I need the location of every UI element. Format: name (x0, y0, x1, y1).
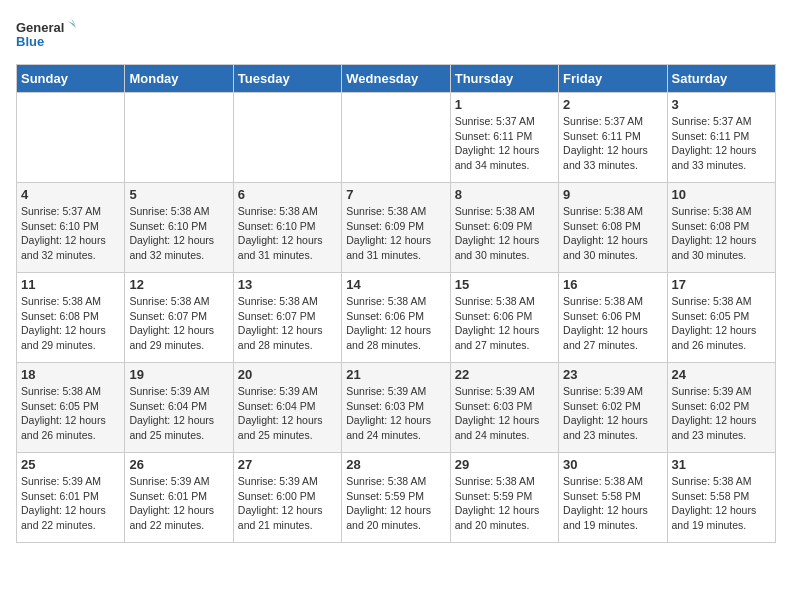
day-number: 15 (455, 277, 554, 292)
calendar-cell: 3Sunrise: 5:37 AM Sunset: 6:11 PM Daylig… (667, 93, 775, 183)
day-number: 24 (672, 367, 771, 382)
svg-text:General: General (16, 20, 64, 35)
week-row-5: 25Sunrise: 5:39 AM Sunset: 6:01 PM Dayli… (17, 453, 776, 543)
calendar-cell: 11Sunrise: 5:38 AM Sunset: 6:08 PM Dayli… (17, 273, 125, 363)
calendar-cell: 26Sunrise: 5:39 AM Sunset: 6:01 PM Dayli… (125, 453, 233, 543)
day-number: 21 (346, 367, 445, 382)
calendar-cell (342, 93, 450, 183)
column-header-sunday: Sunday (17, 65, 125, 93)
day-info: Sunrise: 5:39 AM Sunset: 6:04 PM Dayligh… (129, 384, 228, 443)
calendar-cell: 9Sunrise: 5:38 AM Sunset: 6:08 PM Daylig… (559, 183, 667, 273)
day-number: 16 (563, 277, 662, 292)
column-header-saturday: Saturday (667, 65, 775, 93)
column-header-tuesday: Tuesday (233, 65, 341, 93)
calendar-cell: 14Sunrise: 5:38 AM Sunset: 6:06 PM Dayli… (342, 273, 450, 363)
week-row-3: 11Sunrise: 5:38 AM Sunset: 6:08 PM Dayli… (17, 273, 776, 363)
day-number: 3 (672, 97, 771, 112)
day-number: 14 (346, 277, 445, 292)
day-info: Sunrise: 5:38 AM Sunset: 6:06 PM Dayligh… (455, 294, 554, 353)
day-number: 1 (455, 97, 554, 112)
column-header-wednesday: Wednesday (342, 65, 450, 93)
calendar-cell: 15Sunrise: 5:38 AM Sunset: 6:06 PM Dayli… (450, 273, 558, 363)
day-info: Sunrise: 5:39 AM Sunset: 6:03 PM Dayligh… (455, 384, 554, 443)
logo-svg: General Blue (16, 16, 76, 56)
logo: General Blue (16, 16, 76, 56)
calendar-cell: 16Sunrise: 5:38 AM Sunset: 6:06 PM Dayli… (559, 273, 667, 363)
calendar-cell: 1Sunrise: 5:37 AM Sunset: 6:11 PM Daylig… (450, 93, 558, 183)
calendar-cell: 21Sunrise: 5:39 AM Sunset: 6:03 PM Dayli… (342, 363, 450, 453)
day-info: Sunrise: 5:38 AM Sunset: 6:09 PM Dayligh… (455, 204, 554, 263)
day-number: 2 (563, 97, 662, 112)
calendar-cell: 24Sunrise: 5:39 AM Sunset: 6:02 PM Dayli… (667, 363, 775, 453)
day-number: 22 (455, 367, 554, 382)
day-number: 9 (563, 187, 662, 202)
day-info: Sunrise: 5:38 AM Sunset: 5:59 PM Dayligh… (455, 474, 554, 533)
week-row-2: 4Sunrise: 5:37 AM Sunset: 6:10 PM Daylig… (17, 183, 776, 273)
day-info: Sunrise: 5:38 AM Sunset: 6:09 PM Dayligh… (346, 204, 445, 263)
day-number: 23 (563, 367, 662, 382)
day-number: 20 (238, 367, 337, 382)
svg-text:Blue: Blue (16, 34, 44, 49)
day-info: Sunrise: 5:38 AM Sunset: 6:08 PM Dayligh… (21, 294, 120, 353)
day-info: Sunrise: 5:38 AM Sunset: 6:10 PM Dayligh… (238, 204, 337, 263)
calendar-cell (17, 93, 125, 183)
day-info: Sunrise: 5:37 AM Sunset: 6:11 PM Dayligh… (563, 114, 662, 173)
day-number: 30 (563, 457, 662, 472)
day-info: Sunrise: 5:38 AM Sunset: 6:07 PM Dayligh… (129, 294, 228, 353)
day-info: Sunrise: 5:37 AM Sunset: 6:11 PM Dayligh… (672, 114, 771, 173)
day-number: 19 (129, 367, 228, 382)
day-number: 25 (21, 457, 120, 472)
calendar-cell: 4Sunrise: 5:37 AM Sunset: 6:10 PM Daylig… (17, 183, 125, 273)
calendar-cell (125, 93, 233, 183)
column-header-monday: Monday (125, 65, 233, 93)
day-info: Sunrise: 5:38 AM Sunset: 6:07 PM Dayligh… (238, 294, 337, 353)
day-info: Sunrise: 5:39 AM Sunset: 6:04 PM Dayligh… (238, 384, 337, 443)
calendar-cell (233, 93, 341, 183)
day-info: Sunrise: 5:39 AM Sunset: 6:02 PM Dayligh… (672, 384, 771, 443)
day-info: Sunrise: 5:39 AM Sunset: 6:00 PM Dayligh… (238, 474, 337, 533)
day-info: Sunrise: 5:38 AM Sunset: 5:58 PM Dayligh… (563, 474, 662, 533)
day-info: Sunrise: 5:39 AM Sunset: 6:01 PM Dayligh… (129, 474, 228, 533)
calendar-cell: 12Sunrise: 5:38 AM Sunset: 6:07 PM Dayli… (125, 273, 233, 363)
day-info: Sunrise: 5:39 AM Sunset: 6:01 PM Dayligh… (21, 474, 120, 533)
day-number: 5 (129, 187, 228, 202)
header: General Blue (16, 16, 776, 56)
day-info: Sunrise: 5:38 AM Sunset: 6:06 PM Dayligh… (563, 294, 662, 353)
day-number: 31 (672, 457, 771, 472)
calendar-table: SundayMondayTuesdayWednesdayThursdayFrid… (16, 64, 776, 543)
calendar-cell: 23Sunrise: 5:39 AM Sunset: 6:02 PM Dayli… (559, 363, 667, 453)
calendar-cell: 17Sunrise: 5:38 AM Sunset: 6:05 PM Dayli… (667, 273, 775, 363)
day-info: Sunrise: 5:38 AM Sunset: 6:05 PM Dayligh… (21, 384, 120, 443)
calendar-cell: 13Sunrise: 5:38 AM Sunset: 6:07 PM Dayli… (233, 273, 341, 363)
day-info: Sunrise: 5:38 AM Sunset: 5:58 PM Dayligh… (672, 474, 771, 533)
day-number: 8 (455, 187, 554, 202)
day-info: Sunrise: 5:38 AM Sunset: 5:59 PM Dayligh… (346, 474, 445, 533)
svg-marker-3 (68, 21, 76, 28)
day-info: Sunrise: 5:38 AM Sunset: 6:06 PM Dayligh… (346, 294, 445, 353)
day-info: Sunrise: 5:38 AM Sunset: 6:08 PM Dayligh… (672, 204, 771, 263)
day-info: Sunrise: 5:38 AM Sunset: 6:05 PM Dayligh… (672, 294, 771, 353)
calendar-cell: 22Sunrise: 5:39 AM Sunset: 6:03 PM Dayli… (450, 363, 558, 453)
day-info: Sunrise: 5:37 AM Sunset: 6:10 PM Dayligh… (21, 204, 120, 263)
day-number: 28 (346, 457, 445, 472)
calendar-cell: 6Sunrise: 5:38 AM Sunset: 6:10 PM Daylig… (233, 183, 341, 273)
day-number: 10 (672, 187, 771, 202)
day-info: Sunrise: 5:37 AM Sunset: 6:11 PM Dayligh… (455, 114, 554, 173)
column-header-friday: Friday (559, 65, 667, 93)
day-number: 7 (346, 187, 445, 202)
day-number: 18 (21, 367, 120, 382)
day-info: Sunrise: 5:39 AM Sunset: 6:02 PM Dayligh… (563, 384, 662, 443)
calendar-cell: 28Sunrise: 5:38 AM Sunset: 5:59 PM Dayli… (342, 453, 450, 543)
day-number: 17 (672, 277, 771, 292)
day-number: 11 (21, 277, 120, 292)
calendar-cell: 25Sunrise: 5:39 AM Sunset: 6:01 PM Dayli… (17, 453, 125, 543)
calendar-cell: 20Sunrise: 5:39 AM Sunset: 6:04 PM Dayli… (233, 363, 341, 453)
day-number: 26 (129, 457, 228, 472)
calendar-cell: 30Sunrise: 5:38 AM Sunset: 5:58 PM Dayli… (559, 453, 667, 543)
calendar-cell: 7Sunrise: 5:38 AM Sunset: 6:09 PM Daylig… (342, 183, 450, 273)
calendar-cell: 27Sunrise: 5:39 AM Sunset: 6:00 PM Dayli… (233, 453, 341, 543)
day-number: 27 (238, 457, 337, 472)
calendar-cell: 10Sunrise: 5:38 AM Sunset: 6:08 PM Dayli… (667, 183, 775, 273)
calendar-cell: 2Sunrise: 5:37 AM Sunset: 6:11 PM Daylig… (559, 93, 667, 183)
day-info: Sunrise: 5:39 AM Sunset: 6:03 PM Dayligh… (346, 384, 445, 443)
